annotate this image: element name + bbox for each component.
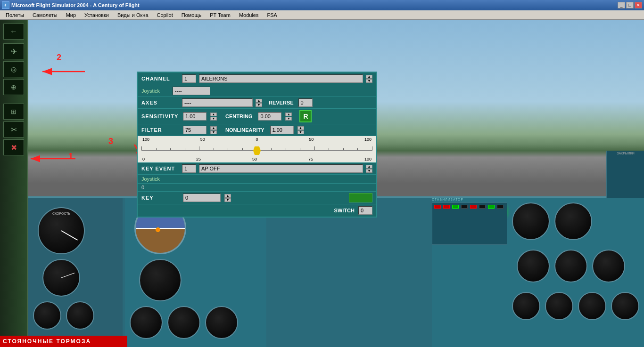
- key-spinner[interactable]: ▲ ▼: [224, 194, 231, 202]
- close-button[interactable]: ✕: [635, 2, 642, 8]
- toolbar-btn-6[interactable]: ✂: [3, 121, 24, 137]
- switch-value[interactable]: 0: [358, 206, 372, 215]
- menu-ustanovki[interactable]: Установки: [81, 11, 113, 19]
- scale-bot-50: 50: [252, 157, 257, 161]
- maximize-button[interactable]: □: [626, 2, 634, 8]
- joystick2-value: 0: [141, 185, 144, 190]
- channel-up[interactable]: ▲: [366, 75, 372, 79]
- nonlin-up[interactable]: ▲: [297, 126, 304, 130]
- key-event-value[interactable]: 1: [182, 164, 196, 173]
- menu-fsa[interactable]: FSA: [263, 11, 281, 19]
- toolbar-btn-3[interactable]: ◎: [3, 61, 24, 77]
- sens-down[interactable]: ▼: [210, 117, 217, 121]
- annotation-label-1: 1: [68, 152, 73, 161]
- scale-50-right: 50: [309, 137, 314, 142]
- compass-gauge: [139, 259, 182, 301]
- reverse-value[interactable]: 0: [298, 98, 313, 107]
- key-value[interactable]: 0: [183, 194, 221, 202]
- joystick-value[interactable]: ----: [173, 87, 210, 95]
- channel-row: CHANNEL 1 AILERONS ▲ ▼: [138, 73, 376, 85]
- switch-indicator: [461, 205, 468, 209]
- app-icon: ✈: [2, 1, 9, 9]
- key-up[interactable]: ▲: [224, 194, 231, 198]
- filter-up[interactable]: ▲: [210, 126, 217, 130]
- centring-down[interactable]: ▼: [285, 117, 292, 121]
- toolbar-btn-1[interactable]: ←: [3, 24, 24, 40]
- key-event-spinner[interactable]: ▲ ▼: [366, 165, 372, 173]
- centring-up[interactable]: ▲: [285, 113, 292, 116]
- r-button[interactable]: R: [299, 110, 312, 122]
- window-controls[interactable]: _ □ ✕: [618, 2, 642, 8]
- axes-down[interactable]: ▼: [256, 103, 262, 107]
- switch-indicator: [443, 205, 450, 209]
- centring-label: CENTRING: [225, 113, 252, 119]
- green-button[interactable]: [349, 193, 372, 202]
- sensitivity-spinner[interactable]: ▲ ▼: [210, 113, 217, 121]
- slider-scale-bottom: 0 25 50 75 100: [141, 157, 372, 161]
- scale-bot-100: 100: [364, 157, 372, 161]
- gauge-2: [42, 259, 80, 297]
- toolbar-btn-5[interactable]: ⊞: [3, 104, 24, 120]
- switch-indicator: [452, 205, 459, 209]
- gauge-4: [66, 301, 94, 330]
- centring-spinner[interactable]: ▲ ▼: [285, 113, 292, 121]
- nonlinearity-spinner[interactable]: ▲ ▼: [297, 126, 304, 134]
- menu-pt-team[interactable]: PT Team: [206, 11, 234, 19]
- menu-vidy[interactable]: Виды и Окна: [114, 11, 152, 19]
- axes-spinner[interactable]: ▲ ▼: [256, 99, 262, 107]
- menu-samolety[interactable]: Самолеты: [29, 11, 61, 19]
- menu-polety[interactable]: Полеты: [2, 11, 28, 19]
- joystick-row: Joystick ----: [138, 85, 376, 97]
- right-gauge-2: [554, 202, 592, 240]
- channel-name[interactable]: AILERONS: [199, 74, 363, 83]
- channel-spinner[interactable]: ▲ ▼: [366, 75, 372, 83]
- slider-scale-top: 100 50 0 50 100: [141, 137, 372, 142]
- sensitivity-value[interactable]: 1.00: [183, 112, 206, 121]
- joystick-label: Joystick: [141, 88, 170, 94]
- filter-value[interactable]: 75: [183, 126, 206, 134]
- key-event-name[interactable]: AP OFF: [199, 164, 363, 173]
- gauge-7: [205, 306, 238, 339]
- center-panel: [125, 198, 266, 347]
- menu-copilot[interactable]: Copilot: [153, 11, 177, 19]
- menu-modules[interactable]: Modules: [235, 11, 263, 19]
- centring-value[interactable]: 0.00: [258, 112, 281, 121]
- axes-row: AXES ---- ▲ ▼ REVERSE 0: [138, 97, 376, 109]
- filter-down[interactable]: ▼: [210, 130, 217, 134]
- nonlinearity-label: NONLINEARITY: [225, 127, 264, 133]
- game-scene: ← ✈ ◎ ⊕ ⊞ ✂ ✖ СКОРОСТЬ: [0, 20, 644, 347]
- sensitivity-label: SENSITIVITY: [141, 113, 179, 119]
- channel-value[interactable]: 1: [182, 74, 196, 83]
- gauge-5: [130, 306, 163, 339]
- slider-section: 100 50 0 50 100: [138, 136, 376, 163]
- toolbar-btn-4[interactable]: ⊕: [3, 79, 24, 95]
- switch-indicator: [488, 205, 495, 209]
- channel-label: CHANNEL: [141, 76, 179, 81]
- channel-down[interactable]: ▼: [366, 79, 372, 83]
- reverse-label: REVERSE: [269, 100, 294, 105]
- right-gauge-5: [592, 250, 625, 282]
- speed-gauge: СКОРОСТЬ: [38, 207, 85, 254]
- joystick2-value-row: 0: [138, 184, 376, 192]
- switch-indicator: [434, 205, 441, 209]
- axes-value[interactable]: ----: [182, 98, 253, 107]
- right-gauge-1: [512, 202, 550, 240]
- sens-up[interactable]: ▲: [210, 113, 217, 116]
- minimize-button[interactable]: _: [618, 2, 625, 8]
- menu-pomosh[interactable]: Помощь: [178, 11, 206, 19]
- nonlinearity-value[interactable]: 1.00: [270, 126, 294, 134]
- cockpit-panel: СКОРОСТЬ 85633: [0, 196, 644, 347]
- slider-thumb[interactable]: [253, 146, 261, 155]
- menu-mir[interactable]: Мир: [62, 11, 80, 19]
- key-event-up[interactable]: ▲: [366, 165, 372, 169]
- toolbar-btn-2[interactable]: ✈: [3, 43, 24, 59]
- key-label: KEY: [141, 195, 179, 201]
- axes-up[interactable]: ▲: [256, 99, 262, 103]
- key-event-down[interactable]: ▼: [366, 169, 372, 173]
- filter-spinner[interactable]: ▲ ▼: [210, 126, 217, 134]
- toolbar-btn-7[interactable]: ✖: [3, 139, 24, 155]
- key-down[interactable]: ▼: [224, 198, 231, 202]
- filter-row: FILTER 75 ▲ ▼ NONLINEARITY 1.00 ▲ ▼: [138, 124, 376, 136]
- nonlin-down[interactable]: ▼: [297, 130, 304, 134]
- slider-track[interactable]: [141, 143, 372, 157]
